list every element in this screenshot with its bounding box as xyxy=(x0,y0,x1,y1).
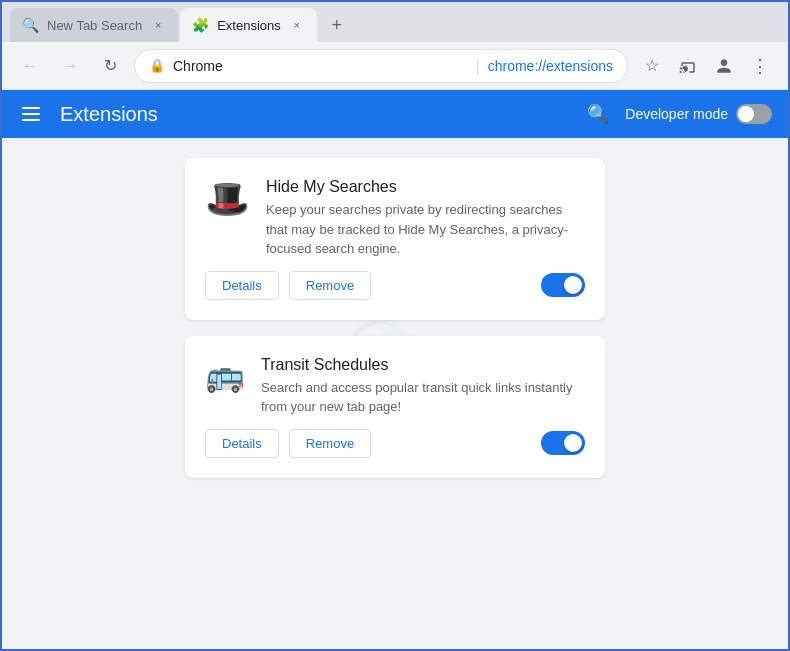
extension-card-transit-schedules: 🚌 Transit Schedules Search and access po… xyxy=(185,336,605,478)
developer-mode-section: 🔍 Developer mode xyxy=(587,103,772,125)
cast-button[interactable] xyxy=(672,50,704,82)
transit-schedules-icon: 🚌 xyxy=(205,356,245,394)
transit-schedules-details-button[interactable]: Details xyxy=(205,429,279,458)
tab-search-icon: 🔍 xyxy=(22,17,39,33)
transit-schedules-name: Transit Schedules xyxy=(261,356,585,374)
browser-window: 🔍 New Tab Search × 🧩 Extensions × + ← → … xyxy=(0,0,790,651)
developer-mode-label: Developer mode xyxy=(625,106,728,122)
transit-schedules-info: Transit Schedules Search and access popu… xyxy=(261,356,585,417)
hide-my-searches-desc: Keep your searches private by redirectin… xyxy=(266,200,585,259)
developer-mode-toggle-knob xyxy=(738,106,754,122)
hide-my-searches-name: Hide My Searches xyxy=(266,178,585,196)
forward-button[interactable]: → xyxy=(54,50,86,82)
hide-my-searches-remove-button[interactable]: Remove xyxy=(289,271,371,300)
tab-new-tab-search-label: New Tab Search xyxy=(47,18,142,33)
tab-bar: 🔍 New Tab Search × 🧩 Extensions × + xyxy=(2,2,788,42)
hamburger-line-3 xyxy=(22,119,40,121)
address-site-name: Chrome xyxy=(173,58,468,74)
developer-mode-toggle[interactable] xyxy=(736,104,772,124)
hide-my-searches-toggle[interactable] xyxy=(541,273,585,297)
menu-button[interactable]: ⋮ xyxy=(744,50,776,82)
main-content: 🔍 FISH.COM 🎩 Hide My Searches Keep your … xyxy=(2,138,788,649)
bookmark-button[interactable]: ☆ xyxy=(636,50,668,82)
tab-new-tab-search-close[interactable]: × xyxy=(150,17,166,33)
site-security-icon: 🔒 xyxy=(149,58,165,73)
hide-my-searches-details-button[interactable]: Details xyxy=(205,271,279,300)
card-top-hide-my-searches: 🎩 Hide My Searches Keep your searches pr… xyxy=(205,178,585,259)
transit-schedules-toggle-knob xyxy=(564,434,582,452)
extensions-page-title: Extensions xyxy=(60,103,571,126)
tab-extensions-icon: 🧩 xyxy=(192,17,209,33)
transit-schedules-toggle[interactable] xyxy=(541,431,585,455)
hamburger-line-2 xyxy=(22,113,40,115)
tab-extensions[interactable]: 🧩 Extensions × xyxy=(180,8,317,42)
card-top-transit-schedules: 🚌 Transit Schedules Search and access po… xyxy=(205,356,585,417)
nav-bar: ← → ↻ 🔒 Chrome | chrome://extensions ☆ ⋮ xyxy=(2,42,788,90)
hide-my-searches-toggle-wrap xyxy=(541,273,585,297)
extension-card-hide-my-searches: 🎩 Hide My Searches Keep your searches pr… xyxy=(185,158,605,320)
transit-schedules-desc: Search and access popular transit quick … xyxy=(261,378,585,417)
tab-extensions-label: Extensions xyxy=(217,18,281,33)
transit-schedules-toggle-wrap xyxy=(541,431,585,455)
address-url: chrome://extensions xyxy=(488,58,613,74)
hide-my-searches-actions: Details Remove xyxy=(205,271,585,300)
refresh-button[interactable]: ↻ xyxy=(94,50,126,82)
hide-my-searches-icon: 🎩 xyxy=(205,178,250,220)
back-button[interactable]: ← xyxy=(14,50,46,82)
address-bar[interactable]: 🔒 Chrome | chrome://extensions xyxy=(134,49,628,83)
hamburger-line-1 xyxy=(22,107,40,109)
tab-new-tab-search[interactable]: 🔍 New Tab Search × xyxy=(10,8,178,42)
tab-extensions-close[interactable]: × xyxy=(289,17,305,33)
hamburger-menu[interactable] xyxy=(18,103,44,125)
transit-schedules-remove-button[interactable]: Remove xyxy=(289,429,371,458)
transit-schedules-actions: Details Remove xyxy=(205,429,585,458)
profile-button[interactable] xyxy=(708,50,740,82)
hide-my-searches-toggle-knob xyxy=(564,276,582,294)
header-search-icon[interactable]: 🔍 xyxy=(587,103,609,125)
hide-my-searches-info: Hide My Searches Keep your searches priv… xyxy=(266,178,585,259)
nav-right-icons: ☆ ⋮ xyxy=(636,50,776,82)
extensions-header: Extensions 🔍 Developer mode xyxy=(2,90,788,138)
address-separator: | xyxy=(476,57,480,75)
new-tab-button[interactable]: + xyxy=(323,11,351,39)
